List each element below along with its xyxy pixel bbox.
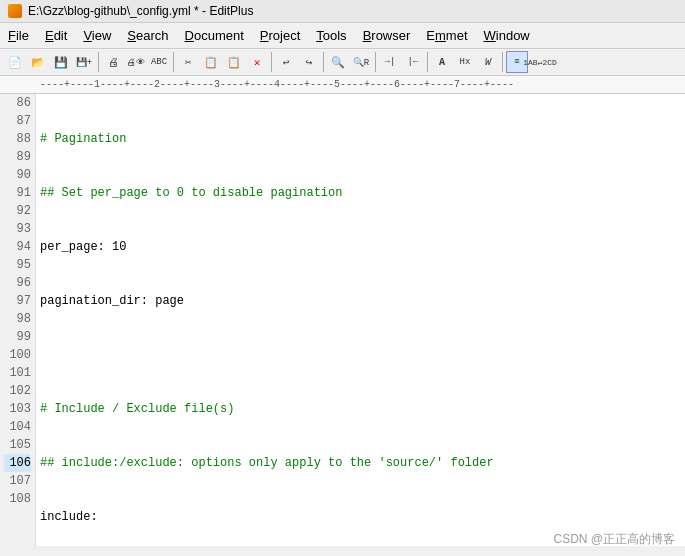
code-line-92: ## include:/exclude: options only apply … [40, 454, 685, 472]
toolbar-sep-2 [173, 52, 174, 72]
menu-tools[interactable]: Tools [308, 25, 354, 46]
tab-setting-button[interactable]: 1AB↵2CD [529, 51, 551, 73]
line-num-86: 86 [4, 94, 31, 112]
word-wrap-button[interactable]: W [477, 51, 499, 73]
save-button[interactable]: 💾 [50, 51, 72, 73]
line-num-94: 94 [4, 238, 31, 256]
menu-edit[interactable]: Edit [37, 25, 75, 46]
print-button[interactable]: 🖨 [102, 51, 124, 73]
code-line-87: ## Set per_page to 0 to disable paginati… [40, 184, 685, 202]
undo-button[interactable]: ↩ [275, 51, 297, 73]
menu-emmet[interactable]: Emmet [418, 25, 475, 46]
code-line-89: pagination_dir: page [40, 292, 685, 310]
spell-button[interactable]: ABC [148, 51, 170, 73]
line-num-101: 101 [4, 364, 31, 382]
line-92-text: ## include:/exclude: options only apply … [40, 454, 494, 472]
line-num-100: 100 [4, 346, 31, 364]
line-num-99: 99 [4, 328, 31, 346]
line-num-102: 102 [4, 382, 31, 400]
line-numbers: 86 87 88 89 90 91 92 93 94 95 96 97 98 9… [0, 94, 36, 546]
toolbar-sep-6 [427, 52, 428, 72]
delete-button[interactable]: ✕ [246, 51, 268, 73]
font-button[interactable]: A [431, 51, 453, 73]
indent-button[interactable]: →| [379, 51, 401, 73]
line-num-93: 93 [4, 220, 31, 238]
menu-project[interactable]: Project [252, 25, 308, 46]
line-90-text [40, 346, 47, 364]
line-num-107: 107 [4, 472, 31, 490]
code-line-86: # Pagination [40, 130, 685, 148]
code-line-93: include: [40, 508, 685, 526]
line-num-108: 108 [4, 490, 31, 508]
menu-browser[interactable]: Browser [355, 25, 419, 46]
line-num-97: 97 [4, 292, 31, 310]
line-num-106: 106 [4, 454, 31, 472]
toolbar-sep-5 [375, 52, 376, 72]
line-86-text: # Pagination [40, 130, 126, 148]
line-num-105: 105 [4, 436, 31, 454]
ruler: ----+----1----+----2----+----3----+----4… [0, 76, 685, 94]
title-bar: E:\Gzz\blog-github\_config.yml * - EditP… [0, 0, 685, 23]
line-93-text: include: [40, 508, 98, 526]
code-line-91: # Include / Exclude file(s) [40, 400, 685, 418]
toolbar-sep-4 [323, 52, 324, 72]
line-89-text: pagination_dir: page [40, 292, 184, 310]
new-button[interactable]: 📄 [4, 51, 26, 73]
heading-button[interactable]: Hx [454, 51, 476, 73]
find-replace-button[interactable]: 🔍R [350, 51, 372, 73]
save-all-button[interactable]: 💾+ [73, 51, 95, 73]
line-num-90: 90 [4, 166, 31, 184]
menu-bar: File Edit View Search Document Project T… [0, 23, 685, 49]
toolbar-sep-3 [271, 52, 272, 72]
print-preview-button[interactable]: 🖨👁 [125, 51, 147, 73]
unindent-button[interactable]: |← [402, 51, 424, 73]
line-num-103: 103 [4, 400, 31, 418]
line-num-89: 89 [4, 148, 31, 166]
line-num-88: 88 [4, 130, 31, 148]
line-87-text: ## Set per_page to 0 to disable paginati… [40, 184, 342, 202]
app-icon [8, 4, 22, 18]
code-line-90 [40, 346, 685, 364]
line-num-104: 104 [4, 418, 31, 436]
menu-view[interactable]: View [75, 25, 119, 46]
menu-window[interactable]: Window [476, 25, 538, 46]
menu-document[interactable]: Document [177, 25, 252, 46]
menu-search[interactable]: Search [119, 25, 176, 46]
redo-button[interactable]: ↪ [298, 51, 320, 73]
code-area[interactable]: # Pagination ## Set per_page to 0 to dis… [36, 94, 685, 546]
find-button[interactable]: 🔍 [327, 51, 349, 73]
copy-button[interactable]: 📋 [200, 51, 222, 73]
line-num-87: 87 [4, 112, 31, 130]
cut-button[interactable]: ✂ [177, 51, 199, 73]
watermark: CSDN @正正高的博客 [553, 531, 675, 548]
title-text: E:\Gzz\blog-github\_config.yml * - EditP… [28, 4, 253, 18]
editor[interactable]: 86 87 88 89 90 91 92 93 94 95 96 97 98 9… [0, 94, 685, 546]
line-91-text: # Include / Exclude file(s) [40, 400, 234, 418]
line-num-98: 98 [4, 310, 31, 328]
toolbar-sep-1 [98, 52, 99, 72]
paste-button[interactable]: 📋 [223, 51, 245, 73]
line-num-92: 92 [4, 202, 31, 220]
toolbar: 📄 📂 💾 💾+ 🖨 🖨👁 ABC ✂ 📋 📋 ✕ ↩ ↪ 🔍 🔍R →| |←… [0, 49, 685, 76]
line-num-91: 91 [4, 184, 31, 202]
toolbar-sep-7 [502, 52, 503, 72]
open-button[interactable]: 📂 [27, 51, 49, 73]
line-num-95: 95 [4, 256, 31, 274]
code-line-88: per_page: 10 [40, 238, 685, 256]
line-88-text: per_page: 10 [40, 238, 126, 256]
menu-file[interactable]: File [0, 25, 37, 46]
line-num-96: 96 [4, 274, 31, 292]
